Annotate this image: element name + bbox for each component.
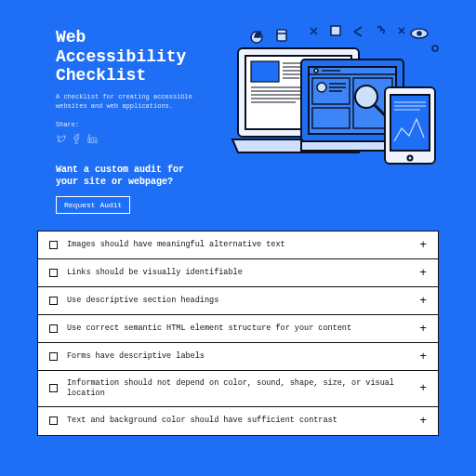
checkbox-icon[interactable] <box>49 416 58 425</box>
expand-icon[interactable]: + <box>419 239 427 251</box>
checklist-item-text: Images should have meaningful alternativ… <box>67 240 410 250</box>
svg-rect-18 <box>312 108 350 128</box>
title-line-3: Checklist <box>56 66 146 85</box>
checklist-item-text: Use correct semantic HTML element struct… <box>67 324 410 334</box>
checklist-item[interactable]: Text and background color should have su… <box>38 407 438 435</box>
checklist-item[interactable]: Use descriptive section headings + <box>38 287 438 315</box>
checklist-item-text: Information should not depend on color, … <box>67 378 410 399</box>
share-label: Share: <box>56 121 205 128</box>
title-line-2: Accessibility <box>56 47 186 66</box>
title-line-1: Web <box>56 28 86 46</box>
svg-rect-4 <box>331 26 340 35</box>
checklist-item[interactable]: Forms have descriptive labels + <box>38 343 438 371</box>
checklist-item-text: Forms have descriptive labels <box>67 351 410 362</box>
linkedin-icon[interactable] <box>87 132 98 149</box>
checklist-item-text: Links should be visually identifiable <box>67 268 410 278</box>
expand-icon[interactable]: + <box>419 323 427 335</box>
svg-rect-10 <box>251 61 279 82</box>
audit-cta-block: Want a custom audit for your site or web… <box>56 164 205 214</box>
svg-point-14 <box>314 69 318 73</box>
facebook-icon[interactable] <box>72 132 82 149</box>
twitter-icon[interactable] <box>56 132 66 149</box>
expand-icon[interactable]: + <box>419 350 427 363</box>
checkbox-icon[interactable] <box>49 384 58 392</box>
page-title: Web Accessibility Checklist <box>56 28 205 86</box>
checkbox-icon[interactable] <box>49 324 58 333</box>
svg-rect-0 <box>88 138 90 143</box>
svg-point-16 <box>317 83 326 92</box>
svg-point-6 <box>417 32 421 35</box>
devices-illustration-icon <box>229 20 443 178</box>
svg-point-7 <box>432 46 438 51</box>
expand-icon[interactable]: + <box>419 415 427 427</box>
checklist-panel: Images should have meaningful alternativ… <box>37 231 439 436</box>
svg-rect-21 <box>390 95 430 151</box>
checklist-item[interactable]: Links should be visually identifiable + <box>38 259 438 287</box>
checkbox-icon[interactable] <box>49 241 58 249</box>
checklist-item-text: Use descriptive section headings <box>67 296 410 306</box>
checkbox-icon[interactable] <box>49 297 58 305</box>
checkbox-icon[interactable] <box>49 269 58 277</box>
checkbox-icon[interactable] <box>49 352 58 361</box>
share-icons-row <box>56 132 205 149</box>
svg-point-19 <box>355 86 377 108</box>
checklist-item[interactable]: Information should not depend on color, … <box>38 371 438 407</box>
checklist-item[interactable]: Images should have meaningful alternativ… <box>38 231 438 259</box>
expand-icon[interactable]: + <box>419 382 427 394</box>
expand-icon[interactable]: + <box>419 267 427 279</box>
hero-text-column: Web Accessibility Checklist A checklist … <box>56 28 205 214</box>
request-audit-button[interactable]: Request Audit <box>56 196 130 214</box>
svg-point-1 <box>88 135 90 137</box>
expand-icon[interactable]: + <box>419 295 427 307</box>
audit-prompt-text: Want a custom audit for your site or web… <box>56 164 205 188</box>
svg-rect-3 <box>277 30 286 41</box>
hero-section: Web Accessibility Checklist A checklist … <box>0 0 476 231</box>
checklist-item[interactable]: Use correct semantic HTML element struct… <box>38 315 438 343</box>
svg-point-22 <box>408 156 413 161</box>
checklist-item-text: Text and background color should have su… <box>67 416 410 426</box>
page-subtitle: A checklist for creating accessible webs… <box>56 93 205 112</box>
hero-illustration-column <box>214 28 439 214</box>
